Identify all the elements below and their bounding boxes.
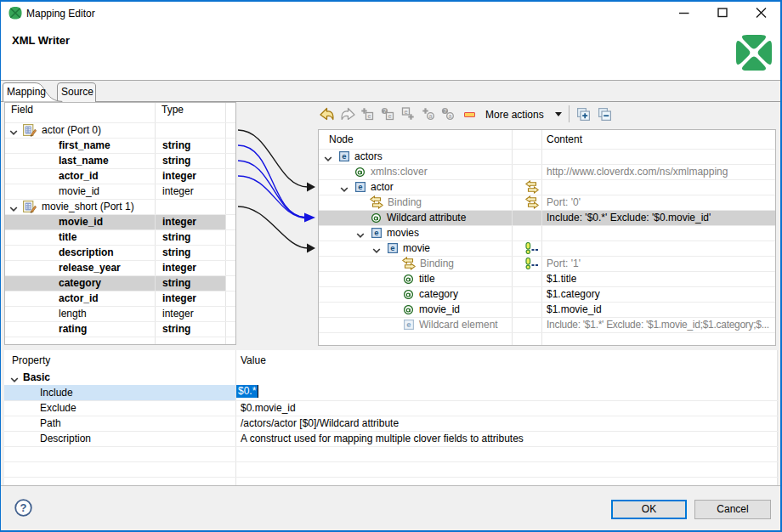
svg-text:e: e — [404, 108, 407, 116]
svg-text:e: e — [388, 112, 391, 120]
svg-text:e: e — [390, 243, 394, 252]
svg-text:e: e — [358, 182, 362, 191]
svg-text:e: e — [367, 112, 371, 120]
svg-text:e: e — [342, 151, 346, 161]
svg-text:?: ? — [20, 501, 27, 514]
svg-text:e: e — [406, 320, 411, 329]
svg-text:a: a — [449, 113, 452, 119]
svg-text:?: ? — [444, 108, 447, 114]
svg-text:a: a — [429, 113, 433, 119]
svg-text:e: e — [374, 228, 378, 237]
